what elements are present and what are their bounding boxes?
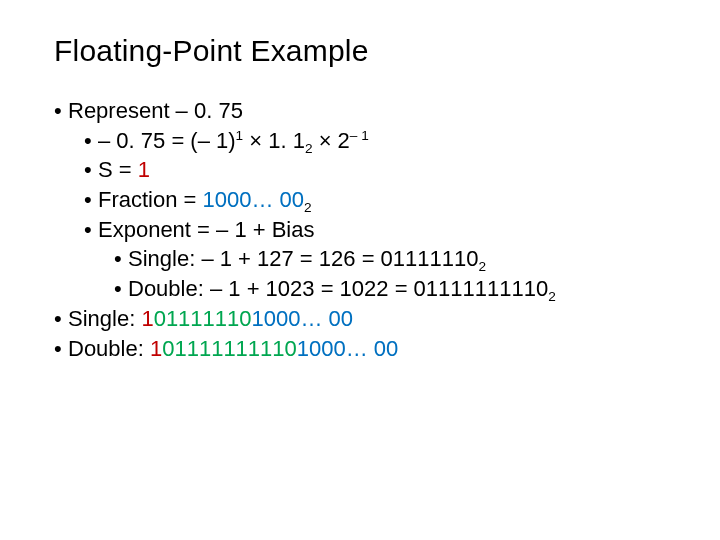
answer-single-sign: 1 bbox=[141, 306, 153, 331]
bullet-dot-icon: • bbox=[84, 185, 98, 215]
answer-single-label: Single: bbox=[68, 306, 141, 331]
bullet-dot-icon: • bbox=[54, 96, 68, 126]
eq-sub-2: 2 bbox=[305, 141, 313, 156]
bullet-dot-icon: • bbox=[114, 244, 128, 274]
eq-mid2: × 2 bbox=[313, 128, 350, 153]
eq-mid1: × 1. 1 bbox=[243, 128, 305, 153]
fraction-sub: 2 bbox=[304, 200, 312, 215]
bullet-dot-icon: • bbox=[84, 155, 98, 185]
bullet-double-exponent: •Double: – 1 + 1023 = 1022 = 01111111110… bbox=[114, 274, 680, 304]
bullet-exponent: •Exponent = – 1 + Bias bbox=[84, 215, 680, 245]
answer-double-frac: 1000… 00 bbox=[297, 336, 399, 361]
bullet-dot-icon: • bbox=[84, 126, 98, 156]
eq-left: – 0. 75 = (– 1) bbox=[98, 128, 236, 153]
answer-single-exp: 01111110 bbox=[154, 306, 252, 331]
bullet-dot-icon: • bbox=[84, 215, 98, 245]
answer-double-label: Double: bbox=[68, 336, 150, 361]
slide-title: Floating-Point Example bbox=[54, 34, 680, 68]
single-exponent-text: Single: – 1 + 127 = 126 = 01111110 bbox=[128, 246, 478, 271]
bullet-dot-icon: • bbox=[114, 274, 128, 304]
sign-value: 1 bbox=[138, 157, 150, 182]
double-exponent-text: Double: – 1 + 1023 = 1022 = 01111111110 bbox=[128, 276, 548, 301]
single-exponent-sub: 2 bbox=[478, 260, 486, 275]
double-exponent-sub: 2 bbox=[548, 290, 556, 305]
bullet-answer-double: •Double: 1011111111101000… 00 bbox=[54, 334, 680, 364]
bullet-single-exponent: •Single: – 1 + 127 = 126 = 011111102 bbox=[114, 244, 680, 274]
bullet-answer-single: •Single: 1011111101000… 00 bbox=[54, 304, 680, 334]
text-represent: Represent – 0. 75 bbox=[68, 98, 243, 123]
bullet-fraction: •Fraction = 1000… 002 bbox=[84, 185, 680, 215]
exponent-text: Exponent = – 1 + Bias bbox=[98, 217, 315, 242]
fraction-value: 1000… 00 bbox=[203, 187, 305, 212]
bullet-represent: •Represent – 0. 75 bbox=[54, 96, 680, 126]
answer-double-sign: 1 bbox=[150, 336, 162, 361]
slide: Floating-Point Example •Represent – 0. 7… bbox=[0, 0, 720, 540]
answer-double-exp: 01111111110 bbox=[162, 336, 297, 361]
slide-body: •Represent – 0. 75 •– 0. 75 = (– 1)1 × 1… bbox=[54, 96, 680, 363]
eq-sup-neg1: – 1 bbox=[350, 127, 369, 142]
fraction-label: Fraction = bbox=[98, 187, 203, 212]
answer-single-frac: 1000… 00 bbox=[252, 306, 354, 331]
bullet-equation: •– 0. 75 = (– 1)1 × 1. 12 × 2– 1 bbox=[84, 126, 680, 156]
bullet-sign: •S = 1 bbox=[84, 155, 680, 185]
bullet-dot-icon: • bbox=[54, 334, 68, 364]
bullet-dot-icon: • bbox=[54, 304, 68, 334]
sign-label: S = bbox=[98, 157, 138, 182]
